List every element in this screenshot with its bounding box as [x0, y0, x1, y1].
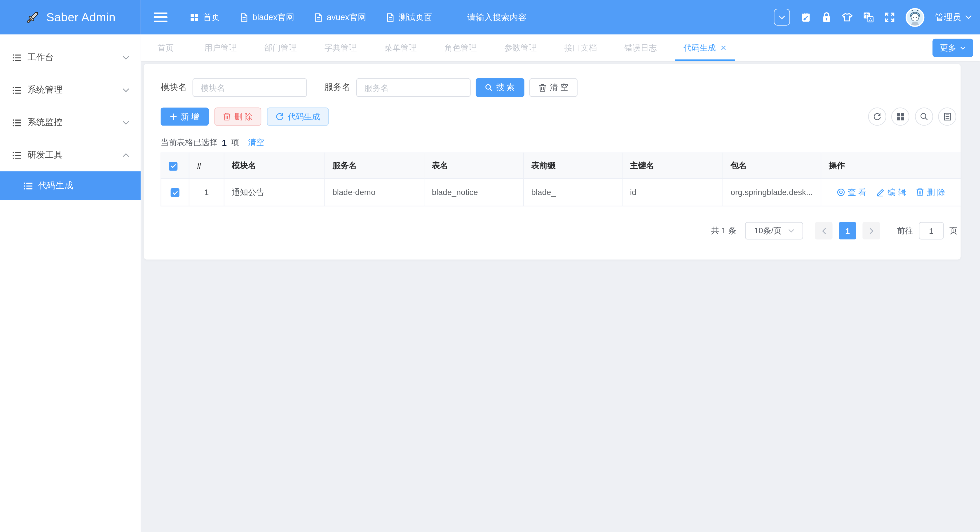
table-settings [868, 107, 956, 126]
goto-page-input[interactable] [919, 222, 944, 239]
table-row: 1 通知公告 blade-demo blade_notice blade_ id… [161, 178, 961, 206]
sidebar-item-workbench[interactable]: 工作台 [0, 41, 141, 73]
search-toggle-icon[interactable] [915, 107, 933, 126]
sword-logo-icon [25, 10, 40, 24]
row-checkbox[interactable] [171, 188, 180, 197]
tag-tab-users[interactable]: 用户管理 [191, 35, 251, 61]
svg-text:A: A [869, 17, 872, 22]
prev-page-button[interactable] [815, 222, 833, 239]
edit-icon [877, 188, 885, 196]
sidebar-item-label: 工作台 [27, 52, 54, 64]
sidebar-item-system-management[interactable]: 系统管理 [0, 74, 141, 106]
trash-icon [916, 188, 924, 196]
chevron-down-icon [123, 56, 130, 60]
filter-form: 模块名 服务名 搜 索 清 空 [161, 78, 578, 97]
translate-icon[interactable]: 中 A [863, 12, 874, 22]
refresh-icon[interactable] [868, 107, 886, 126]
pagination-total: 共 1 条 [711, 225, 736, 237]
module-name-label: 模块名 [161, 82, 187, 94]
selection-info: 当前表格已选择 1 项 清空 [161, 137, 264, 148]
lock-icon[interactable] [822, 12, 831, 22]
chevron-down-icon [960, 46, 966, 49]
selection-clear-link[interactable]: 清空 [248, 137, 264, 148]
topnav-label: 测试页面 [399, 12, 433, 23]
module-name-input[interactable] [192, 78, 307, 97]
user-menu[interactable]: 管理员 [935, 12, 972, 23]
hamburger-icon[interactable] [154, 12, 167, 22]
search-button[interactable]: 搜 索 [476, 78, 524, 97]
cell-prefix: blade_ [523, 178, 622, 206]
selection-count: 1 [222, 137, 227, 147]
tag-tab-menus[interactable]: 菜单管理 [371, 35, 431, 61]
sidebar-item-code-generation[interactable]: 代码生成 [0, 171, 141, 200]
cell-pk: id [622, 178, 723, 206]
table-header-row: # 模块名 服务名 表名 表前缀 主键名 包名 操作 [161, 153, 961, 179]
global-search-input[interactable]: 请输入搜索内容 [468, 12, 527, 23]
delete-link[interactable]: 删 除 [916, 186, 945, 198]
next-page-button[interactable] [862, 222, 880, 239]
topnav-item-test[interactable]: 测试页面 [386, 12, 432, 23]
sidebar-item-system-monitor[interactable]: 系统监控 [0, 106, 141, 139]
page-size-select[interactable]: 10条/页 [745, 222, 803, 239]
topnav-item-avuex[interactable]: avuex官网 [314, 12, 366, 23]
cell-module: 通知公告 [224, 178, 325, 206]
close-icon[interactable]: ✕ [720, 44, 727, 52]
delete-button[interactable]: 删 除 [214, 107, 261, 126]
view-icon [837, 188, 845, 196]
fullscreen-icon[interactable] [884, 12, 895, 22]
clear-button[interactable]: 清 空 [529, 78, 578, 97]
sidebar: 工作台 系统管理 [0, 35, 141, 532]
theme-icon[interactable] [842, 13, 853, 22]
tag-tab-dictionary[interactable]: 字典管理 [310, 35, 371, 61]
topnav-item-bladex[interactable]: bladex官网 [240, 12, 294, 23]
topnav-item-home[interactable]: 首页 [190, 12, 220, 23]
page-number-1[interactable]: 1 [839, 222, 856, 239]
column-settings-icon[interactable] [891, 107, 909, 126]
select-all-checkbox[interactable] [169, 162, 177, 170]
top-bar: 首页 bladex官网 avuex官 [141, 0, 980, 35]
debug-icon[interactable] [800, 12, 811, 23]
chevron-down-icon [788, 229, 794, 233]
column-header-prefix: 表前缀 [523, 153, 622, 179]
tag-tab-code-generation-active[interactable]: 代码生成 ✕ [671, 35, 740, 61]
add-button[interactable]: 新 增 [161, 107, 208, 126]
document-icon [314, 13, 323, 22]
codegen-button[interactable]: 代码生成 [267, 107, 329, 126]
edit-link[interactable]: 编 辑 [877, 186, 906, 198]
codegen-button-label: 代码生成 [288, 111, 320, 122]
log-icon[interactable] [938, 107, 956, 126]
clear-button-label: 清 空 [550, 82, 568, 94]
trash-icon [223, 112, 231, 121]
sidebar-item-dev-tools[interactable]: 研发工具 [0, 139, 141, 171]
chevron-up-icon [123, 153, 130, 158]
active-tab-label: 代码生成 [684, 35, 716, 61]
column-header-actions: 操作 [821, 153, 961, 179]
tag-tab-api-docs[interactable]: 接口文档 [551, 35, 611, 61]
user-avatar[interactable] [905, 8, 924, 27]
selection-text: 当前表格已选择 [161, 137, 218, 148]
sidebar-item-label: 代码生成 [38, 180, 73, 191]
tag-tab-roles[interactable]: 角色管理 [431, 35, 491, 61]
list-icon [13, 53, 22, 62]
service-name-input[interactable] [356, 78, 471, 97]
header-actions: 中 A [774, 8, 972, 27]
tag-tab-error-logs[interactable]: 错误日志 [611, 35, 671, 61]
document-icon [240, 13, 248, 22]
list-icon [13, 151, 22, 159]
tag-tab-departments[interactable]: 部门管理 [251, 35, 311, 61]
tag-tab-parameters[interactable]: 参数管理 [491, 35, 551, 61]
view-link[interactable]: 查 看 [837, 186, 867, 198]
top-menu-collapse-button[interactable] [774, 9, 790, 26]
cell-package: org.springblade.desk... [723, 178, 821, 206]
column-header-module: 模块名 [224, 153, 325, 179]
cell-index: 1 [189, 178, 224, 206]
tag-tab-home[interactable]: 首页 [141, 35, 191, 61]
list-icon [24, 182, 33, 190]
top-menu: 首页 bladex官网 avuex官 [190, 12, 433, 23]
more-tabs-button[interactable]: 更多 [932, 39, 973, 57]
table-toolbar: 新 增 删 除 代码生成 [161, 107, 329, 126]
column-header-table: 表名 [424, 153, 523, 179]
row-actions: 查 看 编 辑 [829, 186, 953, 198]
app-root: Saber Admin 首页 [0, 0, 980, 532]
trash-icon [538, 83, 546, 92]
